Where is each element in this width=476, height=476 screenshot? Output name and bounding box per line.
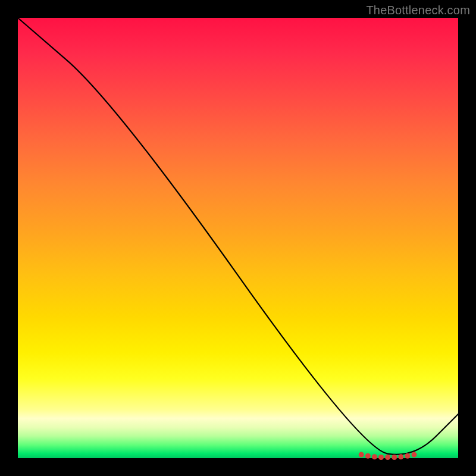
marker-dot (385, 455, 390, 460)
marker-dot (405, 453, 410, 459)
marker-dot (398, 454, 403, 459)
marker-dot (412, 452, 417, 458)
line-series (18, 18, 458, 455)
chart-svg (18, 18, 458, 458)
marker-dot (372, 454, 377, 459)
watermark-text: TheBottleneck.com (366, 4, 470, 17)
marker-dot (392, 455, 397, 460)
chart-stage: TheBottleneck.com (0, 0, 476, 476)
marker-dot (365, 453, 371, 459)
marker-dot (378, 455, 384, 460)
marker-dot (359, 452, 364, 458)
